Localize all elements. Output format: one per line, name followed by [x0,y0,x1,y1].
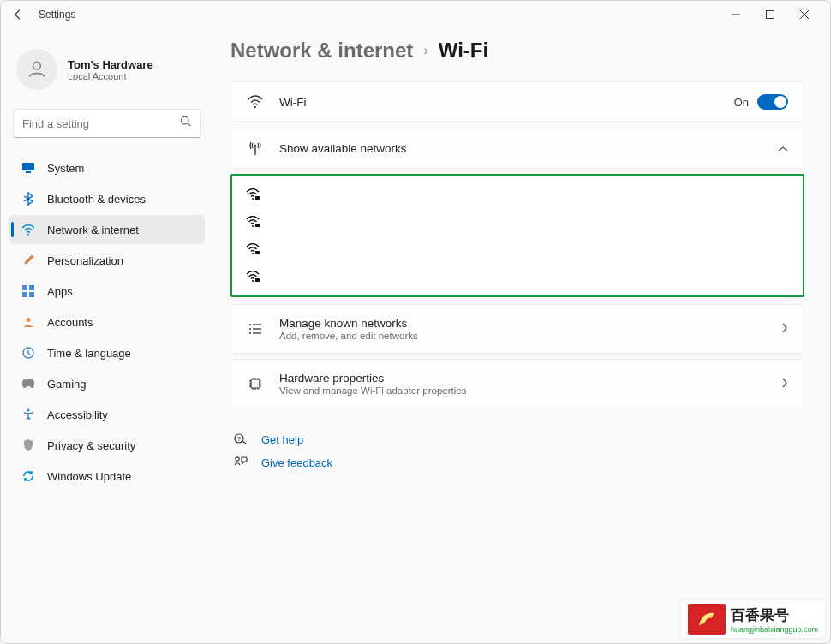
known-networks-title: Manage known networks [279,317,766,330]
svg-point-50 [236,457,239,461]
nav-label: Time & language [47,347,131,360]
help-icon: ? [234,432,249,447]
nav-accessibility[interactable]: Accessibility [9,400,205,429]
main-content: Network & internet › Wi-Fi Wi-Fi On Sh [213,28,830,643]
nav-label: Personalization [47,254,123,267]
svg-rect-8 [26,171,31,173]
svg-rect-23 [255,224,260,227]
svg-point-26 [252,280,254,282]
wifi-toggle-row[interactable]: Wi-Fi On [231,82,804,122]
help-links: ? Get help Give feedback [230,432,804,470]
hardware-title: Hardware properties [279,372,766,385]
svg-point-4 [33,62,41,69]
svg-rect-27 [255,278,260,282]
svg-line-6 [188,123,190,126]
watermark: 百香果号 huangjinbaixiangguo.com [680,599,826,639]
nav-gaming[interactable]: Gaming [9,369,205,398]
nav-label: Gaming [47,378,87,391]
nav-bluetooth[interactable]: Bluetooth & devices [9,184,205,213]
nav-system[interactable]: System [9,153,205,182]
accessibility-icon [21,408,35,421]
wifi-secure-icon [246,242,260,256]
nav-apps[interactable]: Apps [9,277,205,306]
nav-list: System Bluetooth & devices Network & int… [9,153,205,491]
network-item[interactable] [241,181,794,208]
svg-point-30 [249,328,251,330]
svg-point-32 [249,332,251,334]
display-icon [21,161,35,175]
apps-icon [21,284,35,298]
watermark-logo [688,604,726,635]
gamepad-icon [21,377,35,391]
chip-icon [247,377,264,391]
chevron-right-icon [781,378,788,391]
nav-label: Network & internet [47,224,139,236]
sidebar: Tom's Hardware Local Account System Blue… [1,28,213,643]
person-icon [21,315,35,329]
maximize-button[interactable] [753,1,787,28]
feedback-link[interactable]: Give feedback [234,456,804,470]
search-box[interactable] [13,109,201,138]
svg-point-5 [181,116,188,124]
wifi-toggle[interactable] [757,94,788,110]
search-icon [180,116,192,131]
wifi-icon [247,95,264,109]
svg-point-17 [254,106,256,108]
titlebar: Settings [1,1,830,28]
wifi-state-label: On [734,96,749,109]
svg-rect-25 [255,251,260,254]
nav-time-language[interactable]: Time & language [9,338,205,367]
hardware-properties-card[interactable]: Hardware properties View and manage Wi-F… [230,359,804,408]
nav-label: Privacy & security [47,439,135,452]
network-item[interactable] [241,236,794,263]
update-icon [21,469,35,483]
svg-rect-1 [767,11,774,19]
nav-personalization[interactable]: Personalization [9,246,205,275]
bluetooth-icon [21,192,35,206]
hardware-sub: View and manage Wi-Fi adapter properties [279,385,766,396]
nav-label: Windows Update [47,470,131,483]
get-help-link[interactable]: ? Get help [234,432,804,447]
nav-windows-update[interactable]: Windows Update [9,462,205,491]
list-icon [247,323,264,335]
nav-network[interactable]: Network & internet [9,215,205,244]
svg-rect-21 [255,196,260,200]
user-block[interactable]: Tom's Hardware Local Account [9,44,205,95]
svg-point-20 [252,198,254,200]
svg-rect-34 [251,379,260,388]
available-networks-list [230,174,804,297]
feedback-label: Give feedback [261,456,332,469]
svg-rect-11 [29,285,34,290]
wifi-toggle-card: Wi-Fi On [230,81,804,122]
nav-privacy[interactable]: Privacy & security [9,431,205,460]
brush-icon [21,253,35,267]
window-title: Settings [39,9,75,21]
breadcrumb-parent[interactable]: Network & internet [230,39,413,63]
available-networks-row[interactable]: Show available networks [231,128,804,168]
svg-rect-51 [242,457,247,462]
minimize-button[interactable] [719,1,753,28]
network-item[interactable] [241,208,794,236]
svg-point-14 [27,318,31,322]
settings-window: Settings Tom's Hardware Local Account [0,0,831,644]
search-input[interactable] [22,117,180,130]
available-networks-card: Show available networks [230,128,804,169]
watermark-title: 百香果号 [731,605,818,625]
svg-rect-13 [29,292,34,297]
svg-point-24 [252,253,254,254]
close-button[interactable] [787,1,822,28]
svg-text:?: ? [237,435,242,443]
back-button[interactable] [9,6,27,23]
known-networks-card[interactable]: Manage known networks Add, remove, and e… [230,304,804,354]
feedback-icon [234,456,249,470]
available-networks-title: Show available networks [279,142,762,155]
nav-label: System [47,162,84,175]
nav-accounts[interactable]: Accounts [9,307,205,337]
chevron-up-icon [778,142,788,155]
nav-label: Accounts [47,316,93,329]
chevron-right-icon: › [423,43,427,58]
wifi-title: Wi-Fi [279,96,719,109]
chevron-right-icon [781,323,788,336]
breadcrumb: Network & internet › Wi-Fi [230,39,804,63]
network-item[interactable] [241,263,794,290]
